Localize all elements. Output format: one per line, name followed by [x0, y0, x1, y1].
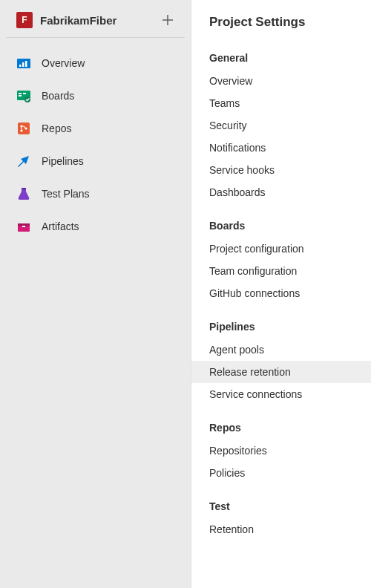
sidebar-item-boards[interactable]: Boards: [4, 79, 186, 112]
sidebar-item-artifacts[interactable]: Artifacts: [4, 210, 186, 243]
repos-icon: [16, 121, 31, 136]
svg-rect-4: [22, 62, 24, 67]
sidebar-nav: Overview Boards Repos: [0, 38, 191, 252]
svg-point-10: [24, 97, 30, 102]
section-heading-repos: Repos: [191, 413, 371, 440]
svg-rect-8: [19, 95, 22, 97]
settings-item-security[interactable]: Security: [191, 114, 371, 137]
settings-item-team-config[interactable]: Team configuration: [191, 260, 371, 282]
svg-rect-11: [18, 122, 30, 134]
svg-rect-7: [19, 93, 22, 94]
section-heading-test: Test: [191, 491, 371, 518]
project-name: FabrikamFiber: [40, 14, 161, 27]
settings-item-agent-pools[interactable]: Agent pools: [191, 339, 371, 361]
svg-rect-18: [22, 226, 25, 227]
sidebar-item-pipelines[interactable]: Pipelines: [4, 145, 186, 177]
section-heading-pipelines: Pipelines: [191, 312, 371, 339]
sidebar-item-label: Test Plans: [42, 188, 90, 200]
sidebar-item-label: Repos: [42, 122, 71, 134]
overview-icon: [16, 56, 31, 71]
svg-point-12: [20, 125, 22, 127]
project-settings-panel: Project Settings General Overview Teams …: [191, 0, 371, 588]
settings-item-service-hooks[interactable]: Service hooks: [191, 159, 371, 181]
settings-item-repositories[interactable]: Repositories: [191, 440, 371, 462]
settings-item-service-connections[interactable]: Service connections: [191, 383, 371, 405]
sidebar-item-label: Pipelines: [42, 155, 84, 167]
settings-item-release-retention[interactable]: Release retention: [191, 361, 371, 383]
sidebar-item-label: Overview: [42, 57, 85, 69]
svg-rect-17: [18, 223, 30, 226]
svg-rect-9: [23, 93, 26, 94]
settings-item-policies[interactable]: Policies: [191, 462, 371, 484]
settings-item-dashboards[interactable]: Dashboards: [191, 181, 371, 203]
pipelines-icon: [16, 154, 31, 169]
section-heading-general: General: [191, 43, 371, 70]
settings-item-teams[interactable]: Teams: [191, 92, 371, 114]
sidebar-item-repos[interactable]: Repos: [4, 112, 186, 145]
settings-item-retention[interactable]: Retention: [191, 518, 371, 540]
settings-item-project-config[interactable]: Project configuration: [191, 238, 371, 260]
settings-item-overview[interactable]: Overview: [191, 70, 371, 92]
testplans-icon: [16, 186, 31, 201]
settings-item-notifications[interactable]: Notifications: [191, 137, 371, 159]
project-sidebar: F FabrikamFiber Overview: [0, 0, 191, 588]
page-title: Project Settings: [191, 15, 371, 43]
sidebar-item-label: Boards: [42, 90, 74, 102]
svg-rect-3: [19, 65, 22, 67]
svg-point-13: [20, 129, 22, 131]
sidebar-header: F FabrikamFiber: [6, 6, 185, 38]
svg-rect-15: [22, 188, 26, 189]
add-icon[interactable]: [161, 13, 174, 27]
section-heading-boards: Boards: [191, 211, 371, 238]
boards-icon: [16, 88, 31, 103]
sidebar-item-label: Artifacts: [42, 220, 79, 232]
sidebar-item-overview[interactable]: Overview: [4, 47, 186, 79]
settings-item-github-connections[interactable]: GitHub connections: [191, 282, 371, 304]
artifacts-icon: [16, 219, 31, 234]
sidebar-item-testplans[interactable]: Test Plans: [4, 177, 186, 210]
svg-rect-5: [25, 61, 27, 67]
project-badge: F: [16, 12, 33, 28]
